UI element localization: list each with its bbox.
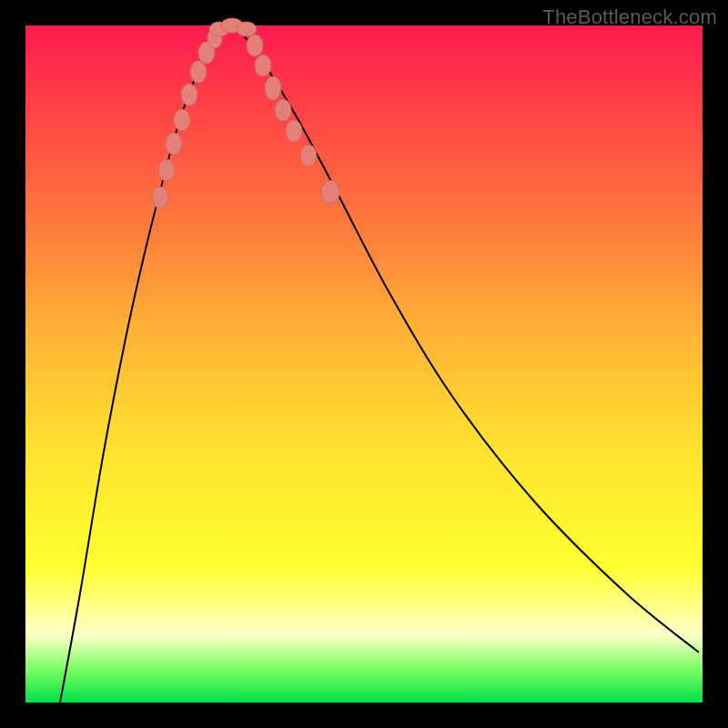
curve-marker xyxy=(247,35,263,56)
curve-marker xyxy=(237,22,257,36)
curve-marker xyxy=(286,120,302,142)
curve-svg xyxy=(25,25,703,703)
curve-marker xyxy=(152,187,168,208)
curve-marker xyxy=(181,84,197,106)
curve-marker xyxy=(190,61,207,83)
curve-marker xyxy=(255,55,271,76)
curve-markers xyxy=(152,18,339,208)
curve-marker xyxy=(166,133,182,155)
curve-marker xyxy=(174,109,190,131)
curve-marker xyxy=(265,76,281,100)
bottleneck-curve xyxy=(60,25,699,703)
curve-marker xyxy=(321,180,339,204)
watermark-text: TheBottleneck.com xyxy=(542,5,717,29)
curve-marker xyxy=(275,99,291,121)
curve-marker xyxy=(158,159,175,181)
chart-frame xyxy=(25,25,703,703)
curve-marker xyxy=(300,145,317,167)
